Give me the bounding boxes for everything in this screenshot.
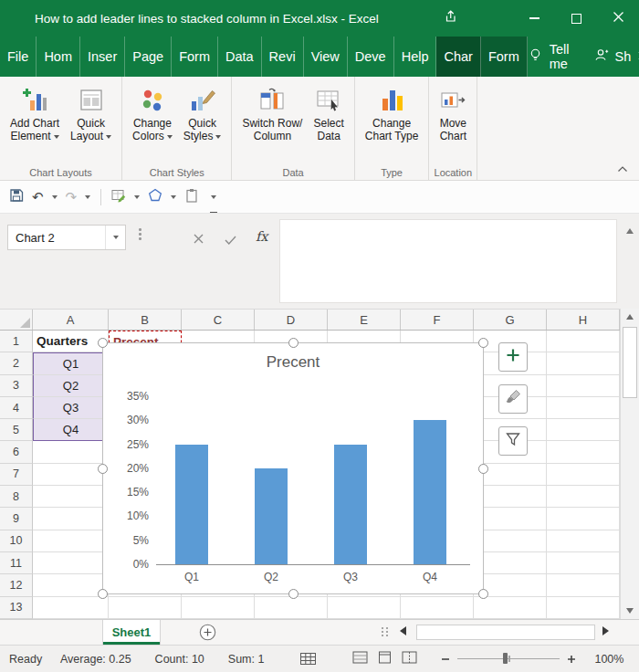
- tab-revi-6[interactable]: Revi: [262, 37, 304, 77]
- scroll-right-icon[interactable]: [602, 626, 609, 635]
- chart-bar-Q2[interactable]: [255, 468, 288, 564]
- namebox-resize-handle[interactable]: [139, 228, 141, 240]
- collapse-ribbon-button[interactable]: [613, 163, 632, 175]
- save-button[interactable]: [9, 188, 24, 206]
- resize-handle-middle-left[interactable]: [98, 464, 108, 474]
- scroll-left-icon[interactable]: [400, 626, 406, 635]
- cell-H12[interactable]: [547, 574, 620, 596]
- cell-A2[interactable]: Q1: [33, 352, 109, 374]
- tab-deve-8[interactable]: Deve: [348, 37, 394, 77]
- row-header-11[interactable]: 11: [0, 552, 33, 574]
- column-header-B[interactable]: B: [109, 310, 182, 330]
- minimize-button[interactable]: [513, 0, 555, 37]
- clipboard-button[interactable]: [184, 188, 199, 206]
- cell-H3[interactable]: [547, 375, 620, 397]
- column-header-D[interactable]: D: [255, 310, 328, 330]
- cell-D13[interactable]: [255, 597, 328, 619]
- cell-H4[interactable]: [547, 397, 620, 419]
- cell-A8[interactable]: [33, 486, 109, 508]
- cell-G9[interactable]: [474, 508, 547, 530]
- maximize-button[interactable]: [555, 0, 597, 37]
- column-header-C[interactable]: C: [182, 310, 255, 330]
- undo-button[interactable]: ↶: [32, 190, 44, 204]
- formula-input[interactable]: [279, 219, 617, 303]
- add-chart-element-button[interactable]: Add Chart Element: [5, 82, 65, 164]
- sheet-tab-sheet1[interactable]: Sheet1: [102, 620, 161, 645]
- cell-A5[interactable]: Q4: [33, 419, 109, 441]
- row-header-13[interactable]: 13: [0, 597, 33, 619]
- zoom-out-button[interactable]: [441, 655, 450, 664]
- cancel-button[interactable]: [194, 231, 204, 247]
- row-header-8[interactable]: 8: [0, 486, 33, 508]
- cell-H6[interactable]: [547, 441, 620, 463]
- resize-handle-top-left[interactable]: [98, 338, 108, 348]
- row-header-6[interactable]: 6: [0, 441, 33, 463]
- select-all-corner[interactable]: [0, 310, 33, 330]
- zoom-slider[interactable]: [457, 658, 560, 660]
- tab-form-4[interactable]: Form: [172, 37, 218, 77]
- horizontal-scrollbar[interactable]: [416, 625, 595, 640]
- chart-bar-Q1[interactable]: [175, 445, 208, 564]
- collapse-formula-bar-icon[interactable]: [626, 228, 634, 234]
- page-layout-view-button[interactable]: [377, 651, 393, 667]
- redo-button[interactable]: ↷: [66, 190, 78, 204]
- name-box-dropdown[interactable]: [105, 226, 125, 249]
- row-header-10[interactable]: 10: [0, 530, 33, 552]
- row-header-7[interactable]: 7: [0, 464, 33, 486]
- normal-view-button[interactable]: [352, 651, 368, 667]
- cell-G11[interactable]: [474, 552, 547, 574]
- quick-layout-button[interactable]: Quick Layout: [65, 82, 117, 164]
- cell-H13[interactable]: [547, 597, 620, 619]
- chart[interactable]: Precent Q1Q2Q3Q4 35%30%25%20%15%10%5%0%: [102, 342, 484, 594]
- cell-H10[interactable]: [547, 530, 620, 552]
- column-header-F[interactable]: F: [401, 310, 474, 330]
- row-header-5[interactable]: 5: [0, 419, 33, 441]
- undo-dropdown-icon[interactable]: [52, 195, 58, 199]
- cell-A13[interactable]: [33, 597, 109, 619]
- cell-B13[interactable]: [109, 597, 182, 619]
- row-header-12[interactable]: 12: [0, 574, 33, 596]
- resize-handle-top-center[interactable]: [288, 338, 299, 348]
- tabbar-resize-handle[interactable]: [382, 627, 388, 636]
- row-header-3[interactable]: 3: [0, 375, 33, 397]
- chart-filters-button[interactable]: [498, 426, 528, 456]
- tab-data-5[interactable]: Data: [218, 37, 262, 77]
- cell-A6[interactable]: [33, 441, 109, 463]
- vertical-scrollbar-thumb[interactable]: [623, 327, 637, 398]
- shape-button[interactable]: [148, 188, 162, 206]
- cell-H9[interactable]: [547, 508, 620, 530]
- table-draw-dropdown-icon[interactable]: [134, 195, 140, 199]
- shape-dropdown-icon[interactable]: [171, 195, 176, 199]
- tab-page-3[interactable]: Page: [125, 37, 172, 77]
- resize-handle-bottom-left[interactable]: [98, 589, 108, 599]
- cell-H7[interactable]: [547, 464, 620, 486]
- quick-styles-button[interactable]: Quick Styles: [178, 82, 227, 164]
- resize-handle-top-right[interactable]: [478, 338, 488, 348]
- column-header-G[interactable]: G: [474, 310, 547, 330]
- chart-styles-button[interactable]: [498, 384, 528, 414]
- customize-qat-button[interactable]: [211, 195, 216, 199]
- tab-char-10[interactable]: Char: [436, 37, 480, 77]
- vertical-scrollbar[interactable]: [620, 309, 639, 619]
- name-box[interactable]: Chart 2: [7, 225, 126, 250]
- switch-row-column-button[interactable]: Switch Row/ Column: [236, 82, 308, 164]
- scroll-up-button[interactable]: [621, 309, 639, 325]
- cell-E13[interactable]: [328, 597, 401, 619]
- cell-H1[interactable]: [547, 331, 620, 352]
- cell-H8[interactable]: [547, 486, 620, 508]
- select-data-button[interactable]: Select Data: [308, 82, 349, 164]
- new-sheet-button[interactable]: [199, 624, 216, 645]
- cell-G13[interactable]: [474, 597, 547, 619]
- cell-F13[interactable]: [401, 597, 474, 619]
- cell-G8[interactable]: [474, 486, 547, 508]
- cell-A9[interactable]: [33, 508, 109, 530]
- ribbon-display-options-button[interactable]: [429, 0, 471, 37]
- page-break-view-button[interactable]: [402, 651, 417, 667]
- tab-inser-2[interactable]: Inser: [80, 37, 125, 77]
- resize-handle-bottom-right[interactable]: [478, 589, 488, 599]
- chart-elements-button[interactable]: [498, 342, 528, 372]
- column-header-H[interactable]: H: [547, 310, 620, 330]
- move-chart-button[interactable]: Move Chart: [434, 82, 472, 164]
- enter-button[interactable]: [225, 232, 236, 248]
- chart-title[interactable]: Precent: [103, 353, 483, 372]
